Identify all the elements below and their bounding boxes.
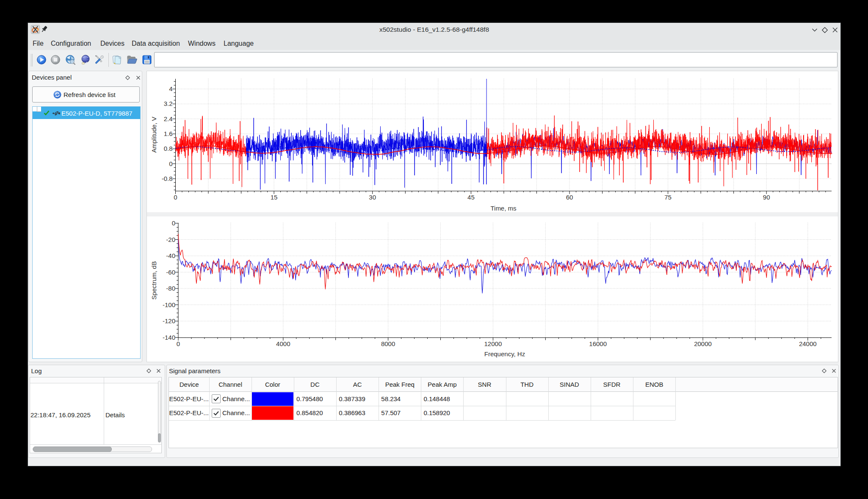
svg-text:75: 75	[664, 194, 672, 201]
svg-text:0: 0	[169, 160, 172, 167]
svg-text:3.2: 3.2	[164, 100, 173, 107]
svg-text:4000: 4000	[276, 340, 290, 347]
svg-text:-20: -20	[166, 236, 175, 243]
svg-text:-0.8: -0.8	[162, 175, 173, 182]
svg-text:0: 0	[174, 194, 177, 201]
svg-text:Time, ms: Time, ms	[490, 205, 516, 212]
svg-text:-40: -40	[166, 252, 175, 259]
svg-text:60: 60	[566, 194, 573, 201]
svg-text:30: 30	[369, 194, 376, 201]
svg-text:0: 0	[177, 340, 180, 347]
svg-text:2.4: 2.4	[164, 115, 173, 122]
svg-text:Spectrum, dB: Spectrum, dB	[150, 261, 158, 300]
svg-text:-80: -80	[166, 285, 175, 292]
svg-text:0: 0	[172, 219, 175, 227]
svg-text:90: 90	[763, 194, 770, 201]
svg-text:0.8: 0.8	[164, 145, 173, 152]
svg-text:16000: 16000	[589, 340, 607, 347]
svg-text:24000: 24000	[799, 340, 817, 347]
svg-text:-120: -120	[163, 317, 175, 324]
svg-text:-60: -60	[166, 269, 175, 276]
svg-text:1.6: 1.6	[164, 130, 173, 137]
svg-text:20000: 20000	[694, 340, 712, 347]
svg-text:8000: 8000	[381, 340, 395, 347]
svg-text:4: 4	[169, 85, 172, 92]
svg-text:12000: 12000	[484, 340, 502, 347]
svg-text:Frequency, Hz: Frequency, Hz	[484, 350, 525, 358]
svg-text:-100: -100	[163, 301, 175, 308]
svg-text:-140: -140	[163, 334, 175, 341]
svg-text:45: 45	[467, 194, 475, 201]
svg-text:Amplitude, V: Amplitude, V	[150, 116, 158, 152]
svg-text:15: 15	[271, 194, 278, 201]
